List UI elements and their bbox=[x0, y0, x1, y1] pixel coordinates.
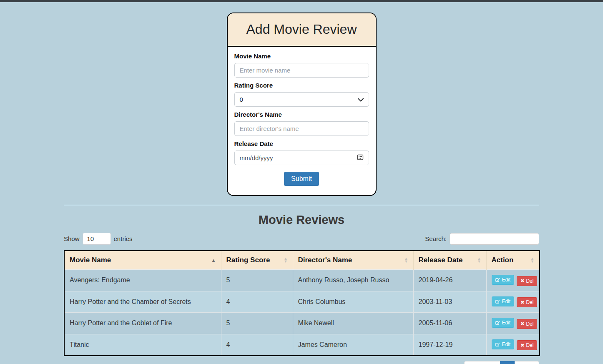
release-date-label: Release Date bbox=[234, 140, 369, 147]
chevron-down-icon bbox=[358, 96, 364, 103]
movie-name-cell: Harry Potter and the Chamber of Secrets bbox=[64, 291, 221, 313]
card-title: Add Movie Review bbox=[232, 22, 372, 37]
sort-icon[interactable]: ▲▼ bbox=[477, 257, 481, 263]
edit-pencil-icon bbox=[495, 277, 500, 282]
entries-per-page-select[interactable] bbox=[83, 233, 111, 245]
edit-button[interactable]: Edit bbox=[492, 318, 515, 328]
search-label: Search: bbox=[425, 235, 447, 242]
header-rating-score-label: Rating Score bbox=[226, 256, 270, 264]
movie-name-input[interactable] bbox=[234, 63, 369, 78]
action-cell: Edit✖Del bbox=[486, 291, 540, 313]
rating-score-selected-value: 0 bbox=[240, 96, 243, 103]
header-movie-name[interactable]: Movie Name ▲ bbox=[64, 251, 221, 270]
card-body: Movie Name Rating Score 0 Director's Nam… bbox=[228, 47, 376, 195]
pagination-next[interactable]: Next bbox=[515, 361, 539, 364]
edit-button[interactable]: Edit bbox=[492, 275, 515, 285]
action-cell: Edit✖Del bbox=[486, 270, 540, 291]
action-cell: Edit✖Del bbox=[486, 334, 540, 356]
x-icon: ✖ bbox=[520, 300, 524, 305]
show-label: Show bbox=[64, 235, 80, 242]
table-row: Harry Potter and the Goblet of Fire5Mike… bbox=[64, 313, 540, 334]
rating-cell: 5 bbox=[221, 313, 293, 334]
search-input[interactable] bbox=[450, 233, 539, 245]
movie-name-cell: Avengers: Endgame bbox=[64, 270, 221, 291]
release-date-input[interactable]: mm/dd/yyyy bbox=[234, 151, 369, 165]
release-date-cell: 2005-11-06 bbox=[413, 313, 486, 334]
director-name-label: Director's Name bbox=[234, 111, 369, 118]
edit-pencil-icon bbox=[495, 299, 500, 304]
release-date-cell: 1997-12-19 bbox=[413, 334, 486, 356]
calendar-icon[interactable] bbox=[357, 154, 364, 162]
action-cell: Edit✖Del bbox=[486, 313, 540, 334]
entries-label: entries bbox=[114, 235, 133, 242]
table-row: Avengers: Endgame5Anthony Russo, Joseph … bbox=[64, 270, 540, 291]
sort-icon[interactable]: ▲▼ bbox=[405, 257, 408, 263]
director-cell: Anthony Russo, Joseph Russo bbox=[293, 270, 413, 291]
delete-button[interactable]: ✖Del bbox=[517, 297, 537, 307]
section-divider bbox=[64, 205, 539, 205]
header-release-date-label: Release Date bbox=[419, 256, 463, 264]
header-movie-name-label: Movie Name bbox=[70, 256, 111, 264]
pagination: Previous 1 Next bbox=[464, 361, 539, 364]
movie-reviews-title: Movie Reviews bbox=[0, 213, 603, 227]
header-rating-score[interactable]: Rating Score ▲▼ bbox=[221, 251, 293, 270]
movie-name-cell: Titanic bbox=[64, 334, 221, 356]
add-movie-review-card: Add Movie Review Movie Name Rating Score… bbox=[227, 13, 377, 196]
movie-reviews-table: Movie Name ▲ Rating Score ▲▼ Director's … bbox=[64, 250, 540, 356]
header-action-label: Action bbox=[492, 256, 514, 264]
rating-cell: 4 bbox=[221, 334, 293, 356]
rating-cell: 4 bbox=[221, 291, 293, 313]
release-date-cell: 2003-11-03 bbox=[413, 291, 486, 313]
director-cell: Mike Newell bbox=[293, 313, 413, 334]
pagination-page-1[interactable]: 1 bbox=[500, 361, 515, 364]
table-header-row: Movie Name ▲ Rating Score ▲▼ Director's … bbox=[64, 251, 540, 270]
date-placeholder-value: mm/dd/yyyy bbox=[240, 154, 273, 161]
rating-score-select[interactable]: 0 bbox=[234, 92, 369, 107]
sort-ascending-icon[interactable]: ▲ bbox=[211, 258, 216, 263]
delete-button[interactable]: ✖Del bbox=[517, 319, 537, 329]
director-cell: Chris Columbus bbox=[293, 291, 413, 313]
edit-pencil-icon bbox=[495, 320, 500, 325]
edit-pencil-icon bbox=[495, 342, 500, 347]
release-date-cell: 2019-04-26 bbox=[413, 270, 486, 291]
edit-button[interactable]: Edit bbox=[492, 339, 515, 349]
sort-icon[interactable]: ▲▼ bbox=[284, 257, 288, 263]
header-action[interactable]: Action ▲▼ bbox=[486, 251, 540, 270]
delete-button[interactable]: ✖Del bbox=[517, 340, 537, 350]
movie-name-label: Movie Name bbox=[234, 53, 369, 60]
card-header: Add Movie Review bbox=[228, 13, 376, 47]
edit-button[interactable]: Edit bbox=[492, 296, 515, 306]
rating-cell: 5 bbox=[221, 270, 293, 291]
header-director-name-label: Director's Name bbox=[298, 256, 352, 264]
rating-score-label: Rating Score bbox=[234, 82, 369, 89]
table-row: Titanic4James Cameron1997-12-19Edit✖Del bbox=[64, 334, 540, 356]
director-cell: James Cameron bbox=[293, 334, 413, 356]
x-icon: ✖ bbox=[520, 279, 524, 283]
window-top-bar bbox=[0, 0, 603, 2]
delete-button[interactable]: ✖Del bbox=[517, 276, 537, 286]
header-director-name[interactable]: Director's Name ▲▼ bbox=[293, 251, 413, 270]
x-icon: ✖ bbox=[520, 321, 524, 326]
table-row: Harry Potter and the Chamber of Secrets4… bbox=[64, 291, 540, 313]
x-icon: ✖ bbox=[520, 343, 524, 348]
movie-name-cell: Harry Potter and the Goblet of Fire bbox=[64, 313, 221, 334]
sort-icon[interactable]: ▲▼ bbox=[530, 257, 534, 263]
header-release-date[interactable]: Release Date ▲▼ bbox=[413, 251, 486, 270]
pagination-previous[interactable]: Previous bbox=[464, 361, 500, 364]
submit-button[interactable]: Submit bbox=[284, 172, 319, 186]
director-name-input[interactable] bbox=[234, 121, 369, 136]
